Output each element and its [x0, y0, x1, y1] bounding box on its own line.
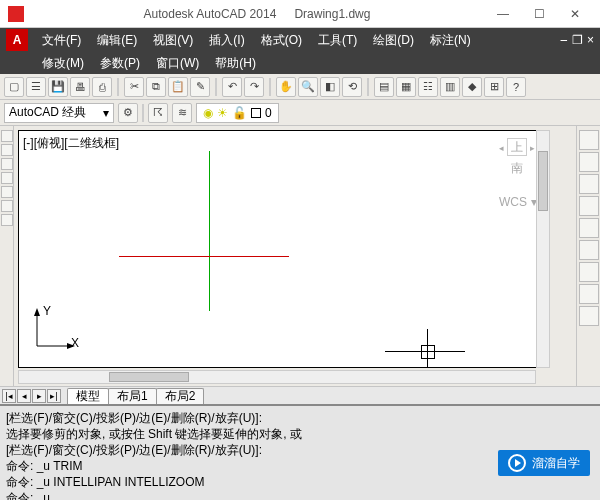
- tab-layout2[interactable]: 布局2: [156, 388, 205, 404]
- layout-tabs: |◂ ◂ ▸ ▸| 模型 布局1 布局2: [0, 386, 600, 404]
- rotate-tool-icon[interactable]: [579, 262, 599, 282]
- app-name: Autodesk AutoCAD 2014: [144, 7, 277, 21]
- tab-layout1[interactable]: 布局1: [108, 388, 157, 404]
- scrollbar-thumb[interactable]: [109, 372, 189, 382]
- text-tool-icon[interactable]: [1, 214, 13, 226]
- lock-icon: 🔓: [232, 106, 247, 120]
- mirror-tool-icon[interactable]: [579, 174, 599, 194]
- layer-dropdown[interactable]: ◉ ☀ 🔓 0: [196, 103, 279, 123]
- workspace-selector[interactable]: AutoCAD 经典 ▾: [4, 103, 114, 123]
- match-icon[interactable]: ✎: [190, 77, 210, 97]
- help-icon[interactable]: ?: [506, 77, 526, 97]
- scale-tool-icon[interactable]: [579, 284, 599, 304]
- redo-icon[interactable]: ↷: [244, 77, 264, 97]
- toolpalette-icon[interactable]: ☷: [418, 77, 438, 97]
- trim-tool-icon[interactable]: [579, 306, 599, 326]
- menu-dimension[interactable]: 标注(N): [422, 28, 479, 52]
- toolbar-separator: [269, 78, 271, 96]
- properties-icon[interactable]: ▤: [374, 77, 394, 97]
- calc-icon[interactable]: ⊞: [484, 77, 504, 97]
- wcs-label: WCS: [499, 195, 527, 209]
- toolbar-separator: [142, 104, 144, 122]
- ucs-x-label: X: [71, 336, 79, 350]
- menu-edit[interactable]: 编辑(E): [89, 28, 145, 52]
- viewcube[interactable]: ◂ 上 ▸ 南: [495, 139, 539, 177]
- open-icon[interactable]: ☰: [26, 77, 46, 97]
- polyline-tool-icon[interactable]: [1, 144, 13, 156]
- zoom-icon[interactable]: 🔍: [298, 77, 318, 97]
- menu-format[interactable]: 格式(O): [253, 28, 310, 52]
- paste-icon[interactable]: 📋: [168, 77, 188, 97]
- menu-file[interactable]: 文件(F): [34, 28, 89, 52]
- menu-modify[interactable]: 修改(M): [34, 52, 92, 74]
- tab-last-icon[interactable]: ▸|: [47, 389, 61, 403]
- drawn-line-vertical: [209, 151, 210, 311]
- new-icon[interactable]: ▢: [4, 77, 24, 97]
- workspace-settings-icon[interactable]: ⚙: [118, 103, 138, 123]
- watermark-badge: 溜溜自学: [498, 450, 590, 476]
- menu-draw[interactable]: 绘图(D): [365, 28, 422, 52]
- layer-manager-icon[interactable]: ☈: [148, 103, 168, 123]
- mdi-close-button[interactable]: ×: [587, 33, 594, 47]
- autocad-logo-icon[interactable]: A: [6, 29, 28, 51]
- sheetset-icon[interactable]: ▥: [440, 77, 460, 97]
- tab-model[interactable]: 模型: [67, 388, 109, 404]
- save-icon[interactable]: 💾: [48, 77, 68, 97]
- window-maximize-button[interactable]: ☐: [522, 4, 556, 24]
- ucs-icon: Y X: [27, 306, 77, 359]
- menu-insert[interactable]: 插入(I): [201, 28, 252, 52]
- markup-icon[interactable]: ◆: [462, 77, 482, 97]
- cut-icon[interactable]: ✂: [124, 77, 144, 97]
- pan-icon[interactable]: ✋: [276, 77, 296, 97]
- menu-tools[interactable]: 工具(T): [310, 28, 365, 52]
- menu-bar: A 文件(F) 编辑(E) 视图(V) 插入(I) 格式(O) 工具(T) 绘图…: [0, 28, 600, 52]
- rectangle-tool-icon[interactable]: [1, 186, 13, 198]
- vertical-scrollbar[interactable]: [536, 130, 550, 368]
- mdi-minimize-button[interactable]: ‒: [560, 33, 568, 47]
- window-close-button[interactable]: ✕: [558, 4, 592, 24]
- title-bar: Autodesk AutoCAD 2014 Drawing1.dwg — ☐ ✕: [0, 0, 600, 28]
- layer-state-icon[interactable]: ≋: [172, 103, 192, 123]
- window-minimize-button[interactable]: —: [486, 4, 520, 24]
- tab-prev-icon[interactable]: ◂: [17, 389, 31, 403]
- scrollbar-thumb[interactable]: [538, 151, 548, 211]
- drawn-line-horizontal: [119, 256, 289, 257]
- mdi-restore-button[interactable]: ❐: [572, 33, 583, 47]
- designcenter-icon[interactable]: ▦: [396, 77, 416, 97]
- cmd-line: [栏选(F)/窗交(C)/投影(P)/边(E)/删除(R)/放弃(U)]:: [6, 410, 594, 426]
- zoom-prev-icon[interactable]: ⟲: [342, 77, 362, 97]
- menu-window[interactable]: 窗口(W): [148, 52, 207, 74]
- tab-next-icon[interactable]: ▸: [32, 389, 46, 403]
- menu-parametric[interactable]: 参数(P): [92, 52, 148, 74]
- undo-icon[interactable]: ↶: [222, 77, 242, 97]
- plot-preview-icon[interactable]: ⎙: [92, 77, 112, 97]
- viewport-label[interactable]: [-][俯视][二维线框]: [23, 135, 119, 152]
- array-tool-icon[interactable]: [579, 218, 599, 238]
- erase-tool-icon[interactable]: [579, 130, 599, 150]
- toolbar-separator: [215, 78, 217, 96]
- copy-icon[interactable]: ⧉: [146, 77, 166, 97]
- viewcube-south: 南: [495, 160, 539, 177]
- tab-first-icon[interactable]: |◂: [2, 389, 16, 403]
- zoom-window-icon[interactable]: ◧: [320, 77, 340, 97]
- window-title: Autodesk AutoCAD 2014 Drawing1.dwg: [28, 6, 486, 21]
- move-tool-icon[interactable]: [579, 240, 599, 260]
- offset-tool-icon[interactable]: [579, 196, 599, 216]
- cmd-line: 命令: _u: [6, 490, 594, 500]
- right-toolbar: [576, 126, 600, 386]
- wcs-indicator[interactable]: WCS ▾: [499, 195, 537, 209]
- drawing-canvas[interactable]: [-][俯视][二维线框] Y X ◂ 上 ▸ 南 WCS ▾: [18, 130, 546, 368]
- work-area: [-][俯视][二维线框] Y X ◂ 上 ▸ 南 WCS ▾: [0, 126, 600, 386]
- horizontal-scrollbar[interactable]: [18, 370, 536, 384]
- print-icon[interactable]: 🖶: [70, 77, 90, 97]
- hatch-tool-icon[interactable]: [1, 200, 13, 212]
- cmd-line: 选择要修剪的对象, 或按住 Shift 键选择要延伸的对象, 或: [6, 426, 594, 442]
- circle-tool-icon[interactable]: [1, 158, 13, 170]
- viewcube-face: 上: [507, 138, 527, 156]
- menu-help[interactable]: 帮助(H): [207, 52, 264, 74]
- line-tool-icon[interactable]: [1, 130, 13, 142]
- menu-bar-2: 修改(M) 参数(P) 窗口(W) 帮助(H): [0, 52, 600, 74]
- copy-tool-icon[interactable]: [579, 152, 599, 172]
- menu-view[interactable]: 视图(V): [145, 28, 201, 52]
- arc-tool-icon[interactable]: [1, 172, 13, 184]
